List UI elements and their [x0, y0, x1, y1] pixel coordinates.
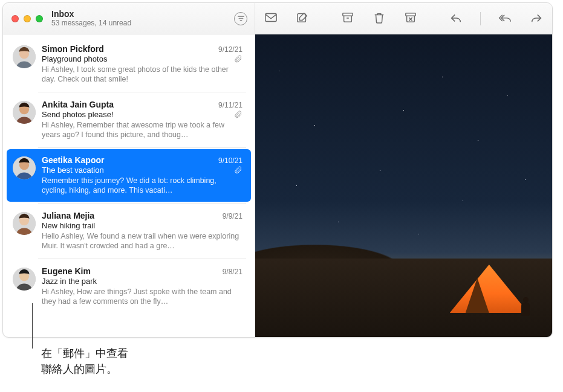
callout-text: 在「郵件」中查看 聯絡人的圖片。 [41, 345, 128, 377]
archive-icon [341, 11, 354, 26]
message-summary: Ankita Jain Gupta 9/11/21 Send photos pl… [42, 100, 242, 140]
callout-line2: 聯絡人的圖片。 [41, 363, 117, 375]
message-row[interactable]: Geetika Kapoor 9/10/21 The best vacation… [7, 149, 251, 202]
list-divider [38, 259, 246, 259]
preview-pane-column [255, 3, 552, 337]
zoom-window-button[interactable] [36, 15, 43, 22]
junk-button[interactable] [401, 10, 420, 28]
message-preview-text: Hi Ashley, I took some great photos of t… [42, 65, 242, 84]
message-summary: Geetika Kapoor 9/10/21 The best vacation… [42, 155, 242, 195]
message-list-pane: Inbox 53 messages, 14 unread Simon Pickf… [3, 3, 255, 337]
reply-icon [449, 11, 463, 26]
svg-rect-15 [343, 13, 353, 16]
mail-window: Inbox 53 messages, 14 unread Simon Pickf… [2, 2, 553, 338]
message-subject: Send photos please! [42, 110, 230, 119]
sender-name: Simon Pickford [42, 44, 213, 54]
toolbar-separator [480, 12, 481, 25]
message-date: 9/9/21 [223, 212, 242, 220]
avatar [13, 156, 36, 179]
attachment-icon [233, 54, 242, 63]
mailbox-subtitle: 53 messages, 14 unread [51, 19, 234, 28]
message-row[interactable]: Ankita Jain Gupta 9/11/21 Send photos pl… [7, 94, 251, 146]
message-date: 9/12/21 [218, 45, 242, 54]
message-summary: Juliana Mejia 9/9/21 New hiking trail He… [42, 211, 242, 251]
attachment-icon [233, 110, 242, 119]
list-divider [38, 147, 246, 148]
avatar [13, 212, 36, 235]
archive-button[interactable] [338, 10, 357, 28]
message-date: 9/10/21 [218, 156, 242, 165]
delete-button[interactable] [369, 10, 389, 28]
avatar [13, 101, 36, 124]
trash-icon [373, 11, 386, 26]
message-preview-text: Hi Ashley, Remember that awesome trip we… [42, 120, 242, 140]
list-divider [38, 92, 246, 92]
svg-rect-13 [265, 13, 276, 21]
message-date: 9/8/21 [223, 268, 242, 276]
minimize-window-button[interactable] [24, 15, 31, 22]
reply-button[interactable] [446, 10, 466, 28]
filter-icon [237, 13, 245, 24]
svg-rect-16 [406, 13, 415, 16]
reply-all-icon [498, 11, 512, 26]
sender-name: Geetika Kapoor [42, 155, 213, 165]
mailbox-title-block: Inbox 53 messages, 14 unread [51, 9, 234, 28]
callout-leader-line [32, 303, 33, 349]
message-date: 9/11/21 [218, 101, 242, 109]
window-controls [11, 15, 43, 22]
forward-icon [530, 11, 543, 26]
envelope-icon [264, 11, 278, 26]
attachment-image[interactable] [255, 34, 552, 337]
message-preview-text: Remember this journey? We did a lot: roc… [42, 176, 242, 195]
avatar [13, 268, 36, 291]
compose-icon [296, 11, 309, 26]
message-row[interactable]: Juliana Mejia 9/9/21 New hiking trail He… [7, 205, 251, 257]
sender-name: Eugene Kim [42, 266, 218, 276]
forward-button[interactable] [527, 10, 546, 28]
sender-name: Ankita Jain Gupta [42, 100, 213, 109]
message-preview-text: Hello Ashley, We found a new trail when … [42, 231, 242, 251]
list-divider [38, 203, 246, 204]
message-row[interactable]: Eugene Kim 9/8/21 Jazz in the park Hi As… [7, 260, 251, 313]
toolbar [255, 3, 552, 34]
mark-unread-button[interactable] [261, 10, 281, 28]
filter-button[interactable] [234, 12, 247, 25]
avatar [13, 45, 36, 68]
message-summary: Eugene Kim 9/8/21 Jazz in the park Hi As… [42, 266, 242, 306]
callout-line1: 在「郵件」中查看 [41, 347, 128, 359]
message-subject: New hiking trail [42, 221, 242, 230]
junk-icon [404, 11, 417, 26]
sender-name: Juliana Mejia [42, 211, 218, 220]
message-summary: Simon Pickford 9/12/21 Playground photos… [42, 44, 242, 84]
message-preview [255, 34, 552, 337]
titlebar: Inbox 53 messages, 14 unread [3, 3, 255, 34]
reply-all-button[interactable] [495, 10, 515, 28]
attachment-icon [233, 165, 242, 175]
compose-button[interactable] [293, 10, 312, 28]
mailbox-title: Inbox [51, 9, 234, 19]
message-subject: The best vacation [42, 165, 230, 175]
message-list[interactable]: Simon Pickford 9/12/21 Playground photos… [3, 34, 255, 337]
close-window-button[interactable] [11, 15, 19, 22]
message-preview-text: Hi Ashley, How are things? Just spoke wi… [42, 287, 242, 306]
message-subject: Jazz in the park [42, 277, 242, 286]
message-row[interactable]: Simon Pickford 9/12/21 Playground photos… [7, 38, 251, 91]
message-subject: Playground photos [42, 54, 230, 63]
